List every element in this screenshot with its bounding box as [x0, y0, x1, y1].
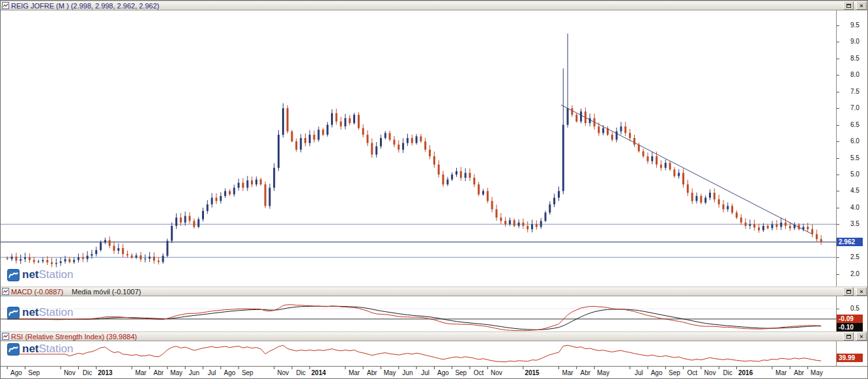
- price-axis-tick: [837, 257, 839, 258]
- macd-chart-plot[interactable]: netStation: [1, 296, 837, 331]
- svg-text:Sep: Sep: [669, 369, 680, 376]
- price-panel-titlebar[interactable]: REIG JOFRE (M ) (2.998, 2.998, 2.962, 2.…: [1, 1, 867, 10]
- svg-text:Jun: Jun: [402, 369, 412, 376]
- svg-text:Mar: Mar: [135, 369, 147, 376]
- macd-signal-badge: -0.10: [837, 323, 863, 331]
- rsi-line-svg: [1, 341, 837, 366]
- svg-text:Abr: Abr: [367, 369, 377, 376]
- price-axis-tick: [837, 59, 839, 59]
- svg-text:Ago: Ago: [10, 369, 22, 376]
- price-chart-plot[interactable]: netStation: [1, 10, 837, 287]
- svg-text:Mar: Mar: [562, 369, 573, 376]
- price-axis-label: 4.0: [850, 204, 860, 211]
- price-axis-tick: [837, 42, 839, 42]
- time-axis[interactable]: AgoSepNovDic2013MarAbrMayJunJulAgoSepNov…: [1, 366, 867, 378]
- svg-text:Nov: Nov: [704, 369, 716, 376]
- svg-text:Nov: Nov: [64, 369, 76, 376]
- close-icon: ×: [860, 289, 863, 294]
- price-candlestick-svg: [1, 10, 837, 287]
- svg-text:May: May: [384, 369, 396, 376]
- svg-text:Sep: Sep: [242, 369, 253, 376]
- price-axis-tick: [837, 175, 839, 175]
- svg-text:2014: 2014: [311, 369, 326, 376]
- svg-text:Nov: Nov: [278, 369, 289, 376]
- time-axis-svg: AgoSepNovDic2013MarAbrMayJunJulAgoSepNov…: [1, 366, 867, 378]
- macd-signal-title: Media móvil (-0.1007): [72, 288, 141, 296]
- macd-axis-tick: [837, 309, 839, 309]
- price-axis-label: 6.5: [850, 121, 860, 128]
- rsi-title: RSI (Relative Strength Index) (39.9884): [11, 333, 137, 341]
- chart-panel-icon: [2, 333, 9, 340]
- panel-maximize-button[interactable]: [843, 332, 854, 341]
- svg-text:Mar: Mar: [349, 369, 360, 376]
- price-axis-label: 7.0: [850, 104, 860, 111]
- panel-close-button[interactable]: ×: [856, 1, 867, 10]
- macd-axis[interactable]: 0.5-0.09-0.10: [837, 296, 867, 331]
- price-axis-tick: [837, 274, 839, 275]
- price-axis-label: 5.5: [850, 154, 860, 161]
- macd-title: MACD (-0.0887): [11, 288, 63, 296]
- svg-text:2013: 2013: [98, 369, 113, 376]
- svg-text:Sep: Sep: [455, 369, 467, 376]
- rsi-value-badge: 39.99: [837, 354, 863, 362]
- svg-text:May: May: [811, 369, 823, 376]
- svg-text:Nov: Nov: [491, 369, 502, 376]
- rsi-chart-plot[interactable]: netStation: [1, 341, 837, 366]
- price-axis[interactable]: 9.59.08.58.07.57.06.56.05.55.04.54.03.53…: [837, 10, 867, 287]
- panel-maximize-button[interactable]: [843, 287, 854, 296]
- price-axis-tick: [837, 125, 839, 126]
- price-axis-label: 6.0: [850, 137, 860, 145]
- svg-text:Ago: Ago: [651, 369, 663, 376]
- macd-panel-titlebar[interactable]: MACD (-0.0887) Media móvil (-0.1007) ×: [1, 287, 867, 296]
- maximize-icon: [846, 335, 851, 339]
- maximize-icon: [846, 4, 851, 8]
- svg-text:Dic: Dic: [83, 369, 92, 376]
- price-axis-tick: [837, 108, 839, 109]
- svg-text:Dic: Dic: [723, 369, 732, 376]
- svg-text:Abr: Abr: [794, 369, 804, 376]
- netstation-window: REIG JOFRE (M ) (2.998, 2.998, 2.962, 2.…: [0, 0, 868, 379]
- price-axis-label: 2.0: [850, 270, 860, 277]
- price-axis-tick: [837, 92, 839, 92]
- chart-panel-icon: [2, 2, 9, 9]
- price-panel-title: REIG JOFRE (M ) (2.998, 2.998, 2.962, 2.…: [11, 2, 159, 10]
- svg-text:Jul: Jul: [421, 369, 429, 376]
- price-axis-tick: [837, 75, 839, 76]
- price-axis-tick: [837, 191, 839, 191]
- macd-value-badge: -0.09: [837, 315, 863, 323]
- close-icon: ×: [860, 334, 863, 339]
- price-axis-tick: [837, 25, 839, 26]
- svg-text:2015: 2015: [525, 369, 540, 376]
- svg-text:2016: 2016: [738, 369, 753, 376]
- svg-text:Oct: Oct: [687, 369, 697, 376]
- price-axis-label: 8.0: [850, 71, 860, 78]
- macd-panel-body: netStation 0.5-0.09-0.10: [1, 296, 867, 331]
- chart-panel-icon: [2, 288, 9, 295]
- close-icon: ×: [860, 3, 863, 8]
- rsi-panel-titlebar[interactable]: RSI (Relative Strength Index) (39.9884) …: [1, 331, 867, 341]
- macd-axis-label: 0.5: [850, 305, 860, 312]
- rsi-panel: RSI (Relative Strength Index) (39.9884) …: [1, 331, 867, 366]
- svg-text:May: May: [170, 369, 182, 376]
- macd-panel: MACD (-0.0887) Media móvil (-0.1007) × n…: [1, 287, 867, 331]
- svg-text:Jul: Jul: [208, 369, 216, 376]
- svg-text:Abr: Abr: [154, 369, 164, 376]
- maximize-icon: [846, 290, 851, 294]
- panel-close-button[interactable]: ×: [856, 287, 867, 296]
- svg-text:Ago: Ago: [437, 369, 449, 376]
- macd-line-svg: [1, 296, 837, 331]
- panel-close-button[interactable]: ×: [856, 332, 867, 341]
- rsi-axis[interactable]: 39.99: [837, 341, 867, 366]
- price-axis-label: 2.5: [850, 253, 860, 260]
- svg-text:May: May: [597, 369, 609, 376]
- price-panel: REIG JOFRE (M ) (2.998, 2.998, 2.962, 2.…: [1, 1, 867, 287]
- price-axis-label: 8.5: [850, 55, 860, 62]
- price-axis-label: 9.5: [850, 21, 860, 29]
- svg-text:Mar: Mar: [775, 369, 787, 376]
- price-axis-label: 5.0: [850, 171, 860, 178]
- panel-maximize-button[interactable]: [843, 1, 854, 10]
- svg-text:Jun: Jun: [189, 369, 199, 376]
- price-axis-label: 3.5: [850, 220, 860, 227]
- price-axis-label: 7.5: [850, 88, 860, 95]
- price-axis-tick: [837, 158, 839, 159]
